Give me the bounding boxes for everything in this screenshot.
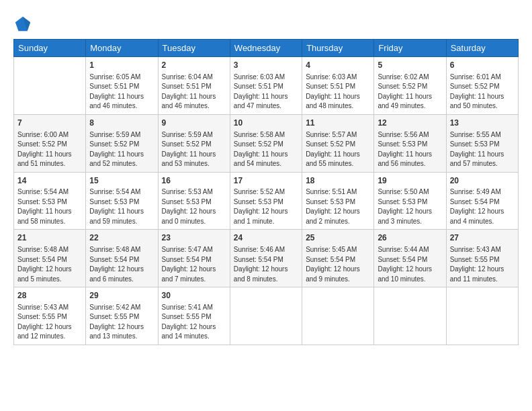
calendar-week-1: 1Sunrise: 6:05 AM Sunset: 5:51 PM Daylig… — [14, 57, 519, 115]
day-info: Sunrise: 5:49 AM Sunset: 5:54 PM Dayligh… — [450, 187, 515, 226]
calendar-week-4: 21Sunrise: 5:48 AM Sunset: 5:54 PM Dayli… — [14, 230, 519, 287]
day-info: Sunrise: 5:47 AM Sunset: 5:54 PM Dayligh… — [162, 245, 226, 284]
weekday-header-monday: Monday — [86, 40, 158, 57]
weekday-header-friday: Friday — [374, 40, 446, 57]
day-info: Sunrise: 6:01 AM Sunset: 5:52 PM Dayligh… — [450, 73, 515, 111]
calendar-body: 1Sunrise: 6:05 AM Sunset: 5:51 PM Daylig… — [14, 57, 519, 345]
weekday-header-saturday: Saturday — [446, 40, 518, 57]
calendar-cell: 23Sunrise: 5:47 AM Sunset: 5:54 PM Dayli… — [158, 230, 230, 287]
day-number: 28 — [17, 290, 82, 302]
calendar-week-3: 14Sunrise: 5:54 AM Sunset: 5:53 PM Dayli… — [14, 172, 519, 230]
calendar-cell: 7Sunrise: 6:00 AM Sunset: 5:52 PM Daylig… — [14, 114, 86, 172]
day-info: Sunrise: 5:48 AM Sunset: 5:54 PM Dayligh… — [17, 245, 82, 284]
day-number: 27 — [450, 232, 515, 244]
day-number: 15 — [89, 175, 154, 187]
day-number: 26 — [378, 232, 442, 244]
calendar-week-5: 28Sunrise: 5:43 AM Sunset: 5:55 PM Dayli… — [14, 287, 519, 345]
day-info: Sunrise: 5:50 AM Sunset: 5:53 PM Dayligh… — [378, 187, 442, 226]
day-number: 17 — [234, 175, 298, 187]
day-info: Sunrise: 5:43 AM Sunset: 5:55 PM Dayligh… — [450, 245, 515, 284]
day-info: Sunrise: 5:41 AM Sunset: 5:55 PM Dayligh… — [162, 303, 226, 342]
day-number: 23 — [162, 232, 226, 244]
calendar-cell: 4Sunrise: 6:03 AM Sunset: 5:51 PM Daylig… — [302, 57, 374, 115]
calendar-cell: 27Sunrise: 5:43 AM Sunset: 5:55 PM Dayli… — [446, 230, 518, 287]
day-info: Sunrise: 6:05 AM Sunset: 5:51 PM Dayligh… — [89, 73, 154, 111]
weekday-header-row: SundayMondayTuesdayWednesdayThursdayFrid… — [14, 40, 519, 57]
day-number: 11 — [306, 118, 370, 129]
calendar-cell: 29Sunrise: 5:42 AM Sunset: 5:55 PM Dayli… — [86, 287, 158, 345]
day-number: 19 — [378, 175, 442, 187]
day-info: Sunrise: 5:56 AM Sunset: 5:53 PM Dayligh… — [378, 130, 442, 169]
day-number: 2 — [162, 60, 226, 71]
day-number: 30 — [162, 290, 226, 302]
day-info: Sunrise: 6:03 AM Sunset: 5:51 PM Dayligh… — [234, 73, 298, 111]
calendar-cell — [230, 287, 302, 345]
day-number: 10 — [234, 118, 298, 129]
day-info: Sunrise: 5:58 AM Sunset: 5:52 PM Dayligh… — [234, 130, 298, 169]
day-number: 16 — [162, 175, 226, 187]
calendar-cell: 10Sunrise: 5:58 AM Sunset: 5:52 PM Dayli… — [230, 114, 302, 172]
day-info: Sunrise: 5:48 AM Sunset: 5:54 PM Dayligh… — [89, 245, 154, 284]
day-number: 1 — [89, 60, 154, 71]
calendar-page: SundayMondayTuesdayWednesdayThursdayFrid… — [0, 0, 532, 352]
day-number: 18 — [306, 175, 370, 187]
day-info: Sunrise: 5:43 AM Sunset: 5:55 PM Dayligh… — [17, 303, 82, 342]
day-number: 24 — [234, 232, 298, 244]
day-info: Sunrise: 5:46 AM Sunset: 5:54 PM Dayligh… — [234, 245, 298, 284]
calendar-cell: 2Sunrise: 6:04 AM Sunset: 5:51 PM Daylig… — [158, 57, 230, 115]
day-number: 25 — [306, 232, 370, 244]
calendar-cell: 3Sunrise: 6:03 AM Sunset: 5:51 PM Daylig… — [230, 57, 302, 115]
day-info: Sunrise: 5:42 AM Sunset: 5:55 PM Dayligh… — [89, 303, 154, 342]
logo — [13, 15, 35, 34]
day-info: Sunrise: 5:54 AM Sunset: 5:53 PM Dayligh… — [89, 187, 154, 226]
calendar-cell: 16Sunrise: 5:53 AM Sunset: 5:53 PM Dayli… — [158, 172, 230, 230]
day-info: Sunrise: 5:59 AM Sunset: 5:52 PM Dayligh… — [89, 130, 154, 169]
day-info: Sunrise: 5:44 AM Sunset: 5:54 PM Dayligh… — [378, 245, 442, 284]
calendar-cell: 28Sunrise: 5:43 AM Sunset: 5:55 PM Dayli… — [14, 287, 86, 345]
day-number: 6 — [450, 60, 515, 71]
day-number: 22 — [89, 232, 154, 244]
day-info: Sunrise: 6:00 AM Sunset: 5:52 PM Dayligh… — [17, 130, 82, 169]
calendar-header: SundayMondayTuesdayWednesdayThursdayFrid… — [14, 40, 519, 57]
calendar-cell: 18Sunrise: 5:51 AM Sunset: 5:53 PM Dayli… — [302, 172, 374, 230]
calendar-cell: 6Sunrise: 6:01 AM Sunset: 5:52 PM Daylig… — [446, 57, 518, 115]
day-info: Sunrise: 6:03 AM Sunset: 5:51 PM Dayligh… — [306, 73, 370, 111]
calendar-cell: 12Sunrise: 5:56 AM Sunset: 5:53 PM Dayli… — [374, 114, 446, 172]
calendar-cell — [14, 57, 86, 115]
day-info: Sunrise: 5:55 AM Sunset: 5:53 PM Dayligh… — [450, 130, 515, 169]
day-number: 20 — [450, 175, 515, 187]
calendar-cell: 1Sunrise: 6:05 AM Sunset: 5:51 PM Daylig… — [86, 57, 158, 115]
calendar-cell: 14Sunrise: 5:54 AM Sunset: 5:53 PM Dayli… — [14, 172, 86, 230]
header — [13, 12, 519, 34]
day-info: Sunrise: 6:04 AM Sunset: 5:51 PM Dayligh… — [162, 73, 226, 111]
day-info: Sunrise: 5:53 AM Sunset: 5:53 PM Dayligh… — [162, 187, 226, 226]
calendar-cell: 15Sunrise: 5:54 AM Sunset: 5:53 PM Dayli… — [86, 172, 158, 230]
day-info: Sunrise: 5:45 AM Sunset: 5:54 PM Dayligh… — [306, 245, 370, 284]
weekday-header-tuesday: Tuesday — [158, 40, 230, 57]
day-info: Sunrise: 5:57 AM Sunset: 5:52 PM Dayligh… — [306, 130, 370, 169]
weekday-header-wednesday: Wednesday — [230, 40, 302, 57]
day-info: Sunrise: 6:02 AM Sunset: 5:52 PM Dayligh… — [378, 73, 442, 111]
calendar-cell: 19Sunrise: 5:50 AM Sunset: 5:53 PM Dayli… — [374, 172, 446, 230]
calendar-cell: 21Sunrise: 5:48 AM Sunset: 5:54 PM Dayli… — [14, 230, 86, 287]
day-number: 7 — [17, 118, 82, 129]
calendar-cell — [446, 287, 518, 345]
day-number: 8 — [89, 118, 154, 129]
day-number: 3 — [234, 60, 298, 71]
calendar-week-2: 7Sunrise: 6:00 AM Sunset: 5:52 PM Daylig… — [14, 114, 519, 172]
calendar-cell: 25Sunrise: 5:45 AM Sunset: 5:54 PM Dayli… — [302, 230, 374, 287]
calendar-cell — [374, 287, 446, 345]
day-number: 4 — [306, 60, 370, 71]
calendar-cell — [302, 287, 374, 345]
weekday-header-thursday: Thursday — [302, 40, 374, 57]
calendar-cell: 30Sunrise: 5:41 AM Sunset: 5:55 PM Dayli… — [158, 287, 230, 345]
calendar-cell: 9Sunrise: 5:59 AM Sunset: 5:52 PM Daylig… — [158, 114, 230, 172]
calendar-cell: 24Sunrise: 5:46 AM Sunset: 5:54 PM Dayli… — [230, 230, 302, 287]
calendar-table: SundayMondayTuesdayWednesdayThursdayFrid… — [13, 39, 519, 345]
day-number: 29 — [89, 290, 154, 302]
day-number: 12 — [378, 118, 442, 129]
day-number: 9 — [162, 118, 226, 129]
day-number: 13 — [450, 118, 515, 129]
calendar-cell: 26Sunrise: 5:44 AM Sunset: 5:54 PM Dayli… — [374, 230, 446, 287]
day-info: Sunrise: 5:59 AM Sunset: 5:52 PM Dayligh… — [162, 130, 226, 169]
